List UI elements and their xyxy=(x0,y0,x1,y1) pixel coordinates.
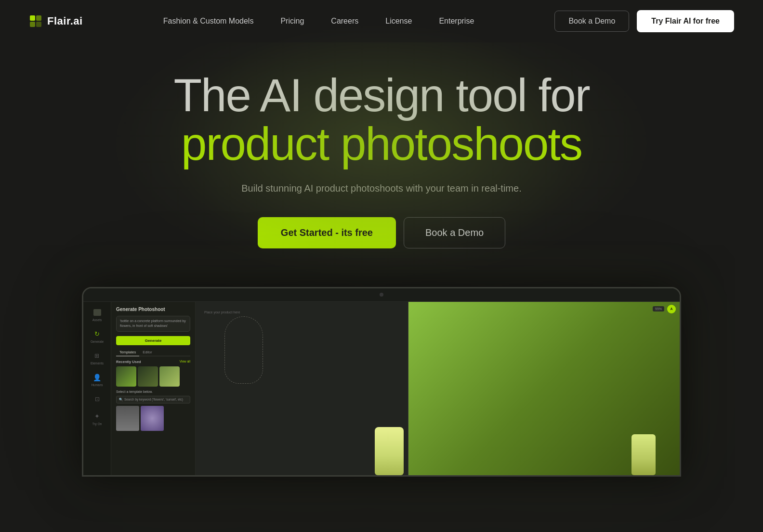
sidebar-item-generate[interactable]: ↻ Generate xyxy=(91,329,104,343)
sidebar-assets-label: Assets xyxy=(92,318,102,322)
nav-try-free-button[interactable]: Try Flair AI for free xyxy=(637,10,734,32)
sidebar-elements-label: Elements xyxy=(91,362,104,365)
tab-editor[interactable]: Editor xyxy=(139,349,156,356)
laptop-frame: Assets ↻ Generate ⊞ Elements 👤 xyxy=(82,287,681,477)
generate-icon: ↻ xyxy=(92,329,102,339)
hero-title-line2: product photoshoots xyxy=(181,118,582,169)
nav-enterprise[interactable]: Enterprise xyxy=(425,17,487,25)
app-ui: Assets ↻ Generate ⊞ Elements 👤 xyxy=(83,302,680,475)
template-thumb-2[interactable] xyxy=(141,406,164,431)
prompt-text[interactable]: 'bottle on a concrete platform surrounde… xyxy=(116,316,190,332)
panel-title: Generate Photoshoot xyxy=(116,307,190,312)
laptop-topbar xyxy=(83,288,680,302)
tab-templates[interactable]: Templates xyxy=(116,349,139,356)
search-placeholder: Search by keyword ('flowers', 'sunset', … xyxy=(124,398,183,401)
hero-buttons: Get Started - its free Book a Demo xyxy=(10,217,753,248)
sidebar-item-elements[interactable]: ⊞ Elements xyxy=(91,351,104,365)
user-avatar: A xyxy=(667,305,676,313)
logo-text: Flair.ai xyxy=(47,15,83,27)
thumb-2[interactable] xyxy=(138,366,158,387)
left-panel: Generate Photoshoot 'bottle on a concret… xyxy=(111,302,196,475)
nav-cta-group: Book a Demo Try Flair AI for free xyxy=(554,10,734,32)
hero-book-demo-button[interactable]: Book a Demo xyxy=(404,217,505,248)
sidebar-tryon-label: Try On xyxy=(92,422,102,426)
sidebar-item-tryon[interactable]: ✦ Try On xyxy=(92,412,103,426)
wand-icon: ✦ xyxy=(92,412,103,421)
thumb-3[interactable] xyxy=(159,366,180,387)
sidebar-item-assets[interactable]: Assets xyxy=(92,308,103,322)
template-thumbnails xyxy=(116,406,190,431)
canvas-product-bottle-right xyxy=(631,434,656,475)
hero-title-line1: The AI design tool for xyxy=(173,69,589,121)
app-sidebar: Assets ↻ Generate ⊞ Elements 👤 xyxy=(83,302,111,475)
drop-hint: Place your product here xyxy=(204,311,240,314)
svg-rect-0 xyxy=(30,15,35,21)
assets-icon xyxy=(92,308,103,317)
app-canvas[interactable]: 55% A Place your product here xyxy=(196,302,680,475)
hero-subtitle: Build stunning AI product photoshoots wi… xyxy=(10,183,753,194)
canvas-product-bottle-left xyxy=(375,427,404,475)
main-nav: Flair.ai Fashion & Custom Models Pricing… xyxy=(0,0,763,42)
canvas-topbar: 55% A xyxy=(653,305,676,313)
nav-fashion[interactable]: Fashion & Custom Models xyxy=(150,17,267,25)
panel-tabs: Templates Editor xyxy=(116,349,190,356)
hero-section: The AI design tool for product photoshoo… xyxy=(0,42,763,272)
svg-rect-2 xyxy=(30,22,35,27)
screenshot-wrapper: Assets ↻ Generate ⊞ Elements 👤 xyxy=(0,287,763,477)
search-icon: 🔍 xyxy=(119,398,123,402)
logo-icon xyxy=(29,14,42,28)
view-all-link[interactable]: View all xyxy=(180,360,190,364)
recently-used-title: Recently Used xyxy=(116,360,141,364)
nav-careers[interactable]: Careers xyxy=(317,17,372,25)
recently-used-header: Recently Used View all xyxy=(116,360,190,364)
sidebar-generate-label: Generate xyxy=(91,340,104,343)
get-started-button[interactable]: Get Started - its free xyxy=(258,217,396,248)
svg-rect-3 xyxy=(36,22,41,27)
humans-icon: 👤 xyxy=(92,373,103,382)
sidebar-item-humans[interactable]: 👤 Humans xyxy=(91,373,103,387)
recently-used-thumbnails xyxy=(116,366,190,387)
svg-rect-1 xyxy=(36,15,41,21)
webcam-dot xyxy=(380,293,383,297)
nav-links: Fashion & Custom Models Pricing Careers … xyxy=(150,17,488,26)
template-search[interactable]: 🔍 Search by keyword ('flowers', 'sunset'… xyxy=(116,396,190,403)
sidebar-humans-label: Humans xyxy=(91,383,103,387)
template-thumb-1[interactable] xyxy=(116,406,139,431)
select-template-text: Select a template below. xyxy=(116,390,190,393)
layers-icon: ⊡ xyxy=(92,394,103,404)
thumb-1[interactable] xyxy=(116,366,136,387)
nav-license[interactable]: License xyxy=(372,17,425,25)
canvas-background-image xyxy=(408,302,680,475)
nav-book-demo-button[interactable]: Book a Demo xyxy=(554,11,629,32)
hero-title: The AI design tool for product photoshoo… xyxy=(10,71,753,169)
nav-pricing[interactable]: Pricing xyxy=(267,17,317,25)
zoom-indicator: 55% xyxy=(653,306,664,311)
sidebar-item-layers[interactable]: ⊡ xyxy=(92,394,103,404)
generate-button[interactable]: Generate xyxy=(116,336,190,345)
logo[interactable]: Flair.ai xyxy=(29,14,83,28)
product-drop-zone xyxy=(224,316,263,384)
elements-icon: ⊞ xyxy=(92,351,102,361)
